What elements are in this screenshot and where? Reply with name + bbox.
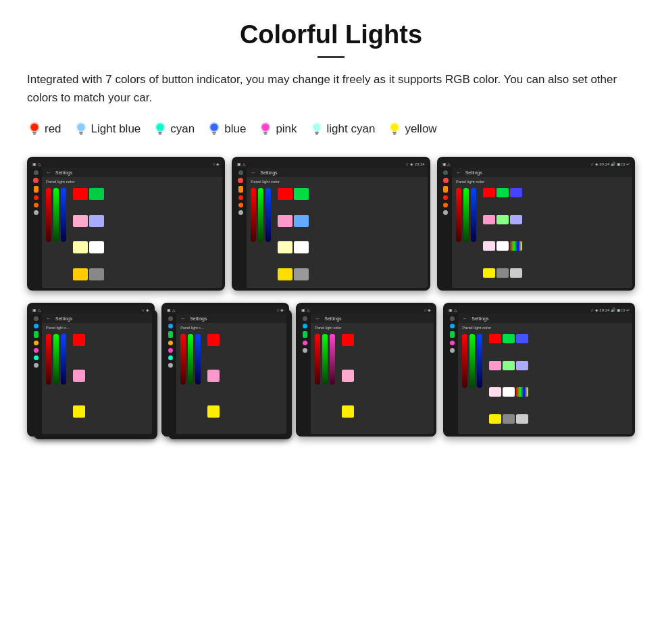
palette-cell-2-1[interactable] <box>278 188 292 200</box>
palette-cell-2-4[interactable] <box>294 215 309 227</box>
slider-blue-7[interactable] <box>477 334 482 388</box>
palette-cell-3-8[interactable] <box>496 241 509 251</box>
nav-2-6 <box>303 324 307 328</box>
slider-blue-5[interactable] <box>195 334 201 385</box>
palette-cell-1-5[interactable] <box>73 241 88 253</box>
slider-green-6[interactable] <box>322 334 328 385</box>
slider-red-6[interactable] <box>315 334 320 385</box>
slider-blue-4[interactable] <box>61 334 66 385</box>
palette-cell-6-3[interactable] <box>342 405 354 418</box>
palette-cell-1-6[interactable] <box>89 241 104 253</box>
slider-red-1[interactable] <box>46 188 51 242</box>
color-item-cyan: cyan <box>153 120 195 138</box>
svg-point-13 <box>211 124 218 131</box>
slider-red-7[interactable] <box>462 334 467 388</box>
screen-content-4: ← Settings Panel light c... <box>30 314 152 434</box>
palette-cell-4-2[interactable] <box>73 370 85 382</box>
back-arrow-6[interactable]: ← <box>315 316 320 322</box>
slider-green-7[interactable] <box>469 334 475 388</box>
palette-cell-7-6[interactable] <box>516 361 528 370</box>
palette-cell-7-8[interactable] <box>503 387 515 397</box>
palette-cell-1-3[interactable] <box>73 215 88 227</box>
device-frame-1: ▣ △ ☆ ◈ <box>27 157 225 291</box>
slider-red-3[interactable] <box>456 188 461 242</box>
nav-5-1 <box>34 203 39 207</box>
palette-cell-2-8[interactable] <box>294 268 309 280</box>
status-bar-7: ▣ △ ☆ ◈ 20:24 🔊 ▣ ⊡ ↩ <box>446 305 632 314</box>
palette-cell-3-5[interactable] <box>496 215 509 224</box>
palette-cell-2-3[interactable] <box>278 215 292 227</box>
palette-cell-3-4[interactable] <box>483 215 495 224</box>
palette-cell-4-1[interactable] <box>73 334 85 346</box>
palette-cell-7-12[interactable] <box>516 414 528 424</box>
palette-cell-3-9[interactable] <box>510 241 522 251</box>
palette-cell-1-8[interactable] <box>89 268 104 280</box>
slider-red-5[interactable] <box>180 334 186 385</box>
palette-cell-6-2[interactable] <box>342 370 354 382</box>
slider-blue-6[interactable] <box>330 334 335 385</box>
palette-cell-5-1[interactable] <box>207 334 220 346</box>
palette-cell-7-3[interactable] <box>516 334 528 343</box>
palette-cell-1-1[interactable] <box>73 188 88 200</box>
status-left-2: ▣ △ <box>237 162 246 166</box>
palette-cell-7-5[interactable] <box>503 361 515 370</box>
palette-cell-1-7[interactable] <box>73 268 88 280</box>
status-right-2: ☆ ◈ 20:24 <box>405 162 424 166</box>
main-area-7: ← Settings Panel light color <box>458 314 632 434</box>
palette-cell-3-1[interactable] <box>483 188 495 197</box>
palette-cell-5-2[interactable] <box>207 370 220 382</box>
sliders-group-5 <box>180 334 201 434</box>
palette-cell-2-6[interactable] <box>294 241 309 253</box>
palette-cell-7-1[interactable] <box>489 334 501 343</box>
palette-cell-3-10[interactable] <box>483 268 495 278</box>
slider-green-1[interactable] <box>53 188 59 242</box>
device-screen-1: ▣ △ ☆ ◈ <box>30 159 222 288</box>
palette-cell-1-2[interactable] <box>89 188 104 200</box>
palette-cell-2-2[interactable] <box>294 188 309 200</box>
palette-cell-7-11[interactable] <box>503 414 515 424</box>
palette-cell-1-4[interactable] <box>89 215 104 227</box>
back-arrow-5[interactable]: ← <box>180 316 186 322</box>
palette-cell-7-2[interactable] <box>503 334 515 343</box>
svg-point-1 <box>30 124 38 131</box>
palette-cell-3-3[interactable] <box>510 188 522 197</box>
screen-content-6: ← Settings Panel light color <box>299 314 434 434</box>
palette-cell-7-4[interactable] <box>489 361 501 370</box>
palette-cell-3-11[interactable] <box>496 268 509 278</box>
palette-cell-3-7[interactable] <box>483 241 495 251</box>
palette-grid-7 <box>489 334 528 434</box>
palette-cell-3-2[interactable] <box>496 188 509 197</box>
slider-red-2[interactable] <box>251 188 256 242</box>
slider-blue-2[interactable] <box>265 188 271 242</box>
back-arrow-4[interactable]: ← <box>46 316 51 322</box>
palette-cell-6-1[interactable] <box>342 334 354 346</box>
palette-cell-7-9[interactable] <box>516 387 528 397</box>
nav-5-6 <box>303 348 307 353</box>
slider-blue-3[interactable] <box>471 188 476 242</box>
back-arrow-1[interactable]: ← <box>46 170 51 176</box>
palette-cell-4-3[interactable] <box>73 405 85 418</box>
slider-green-5[interactable] <box>188 334 193 385</box>
palette-cell-3-12[interactable] <box>510 268 522 278</box>
slider-green-3[interactable] <box>463 188 469 242</box>
palette-cell-7-7[interactable] <box>489 387 501 397</box>
slider-green-4[interactable] <box>53 334 59 385</box>
palette-grid-4 <box>73 334 85 434</box>
back-arrow-3[interactable]: ← <box>456 170 461 176</box>
slider-green-2[interactable] <box>258 188 263 242</box>
nav-4-7 <box>450 341 455 345</box>
main-area-4: ← Settings Panel light c... <box>42 314 152 434</box>
palette-cell-2-5[interactable] <box>278 241 292 253</box>
back-arrow-2[interactable]: ← <box>251 170 256 176</box>
palette-cell-5-3[interactable] <box>207 405 220 418</box>
status-right-6: ☆ ◈ <box>424 307 432 312</box>
status-bar-4: ▣ △ ☆ ◈ <box>30 305 152 314</box>
palette-cell-2-7[interactable] <box>278 268 292 280</box>
slider-blue-1[interactable] <box>61 188 66 242</box>
svg-rect-3 <box>33 134 36 135</box>
slider-red-4[interactable] <box>46 334 51 385</box>
palette-cell-7-10[interactable] <box>489 414 501 424</box>
palette-cell-3-6[interactable] <box>510 215 522 224</box>
back-arrow-7[interactable]: ← <box>462 316 467 322</box>
panel-label-5: Panel light c... <box>176 323 286 331</box>
